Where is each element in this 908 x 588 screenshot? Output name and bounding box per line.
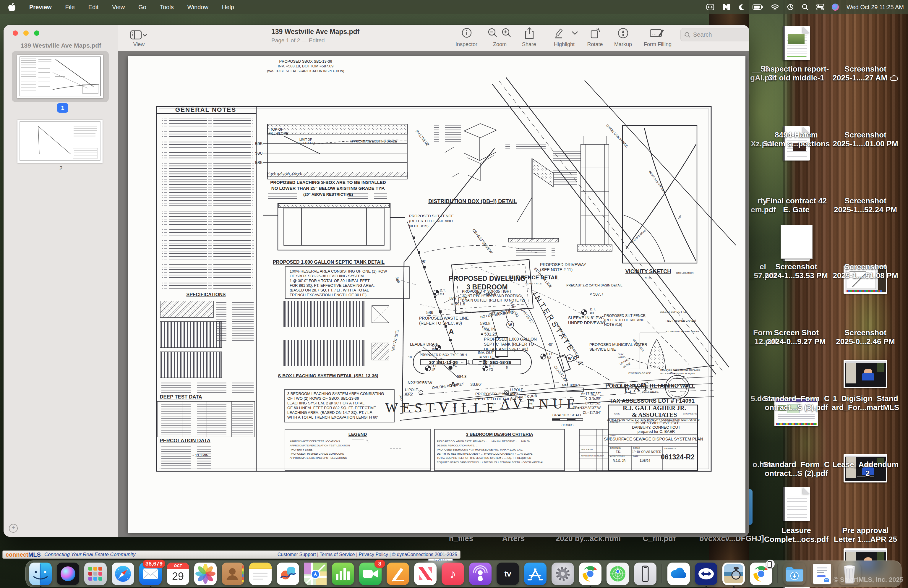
pdf-page[interactable]: WW PROPOSED SBOX SB1-13-36INV. =588.18, … [128, 56, 745, 533]
share-label[interactable]: Share [522, 41, 536, 48]
dock-finder-icon[interactable] [29, 562, 52, 585]
share-icon[interactable] [524, 27, 535, 39]
rotate-icon[interactable] [589, 27, 601, 39]
connectmls-links[interactable]: Customer Support | Terms of Service | Pr… [277, 552, 457, 557]
dock-safari-icon[interactable] [112, 562, 134, 585]
menu-file[interactable]: File [65, 4, 75, 11]
desktop-file-icon[interactable] [783, 487, 810, 521]
focus-moon-icon[interactable] [738, 3, 745, 11]
malwarebytes-icon[interactable] [722, 3, 730, 11]
desktop-file-label[interactable]: 1_DigiSign_Standard_For...martMLS [821, 394, 908, 412]
menu-help[interactable]: Help [222, 4, 234, 11]
dock-launchpad-icon[interactable] [84, 562, 107, 585]
minimize-button[interactable] [23, 31, 29, 36]
view-button-label[interactable]: View [133, 41, 145, 48]
dock-podcasts-icon[interactable] [469, 562, 491, 585]
menu-view[interactable]: View [112, 4, 125, 11]
display-mirroring-icon[interactable] [706, 4, 715, 10]
desktop-file-label[interactable]: Lease_Addendum__2_ [821, 460, 908, 478]
spotlight-search-icon[interactable] [802, 3, 809, 11]
dock-freeform-icon[interactable] [277, 562, 299, 585]
battery-icon[interactable] [752, 4, 763, 10]
markup-label[interactable]: Markup [614, 41, 632, 48]
plan-label: = 13.3 MIN [192, 453, 208, 457]
desktop-file-label[interactable]: Screenshot2025-0...2.46 PM [821, 328, 908, 346]
dock-photos-icon[interactable] [194, 562, 217, 585]
dock-contacts-icon[interactable] [222, 562, 244, 585]
form-filling-label[interactable]: Form Filling [644, 41, 671, 48]
siri-icon[interactable] [832, 3, 839, 11]
connectmls-logo[interactable]: connectMLS [6, 551, 41, 558]
dock-settings-icon[interactable] [552, 562, 574, 585]
dock-findmy-icon[interactable] [607, 562, 629, 585]
dock-onedrive-icon[interactable] [667, 562, 690, 585]
deep-test-symbol [434, 290, 439, 295]
close-button[interactable] [13, 31, 18, 36]
dock-mail-icon[interactable]: 38,679 [139, 562, 162, 585]
form-filling-icon[interactable] [650, 27, 665, 39]
plan-label: APPROXIMATE PERCOLATION TEST LOCATION [290, 444, 350, 447]
zoom-in-icon[interactable] [501, 27, 512, 39]
dock-appstore-icon[interactable] [524, 562, 546, 585]
zoom-button[interactable] [34, 31, 39, 36]
dock-divider [662, 564, 662, 583]
dock-chrome-icon[interactable] [579, 562, 602, 585]
control-center-icon[interactable] [816, 3, 824, 11]
plan-label: N23°39'56"W [407, 380, 432, 385]
menu-preview[interactable]: Preview [29, 4, 52, 11]
inspector-label[interactable]: Inspector [456, 41, 477, 48]
desktop-file-icon[interactable] [844, 360, 887, 388]
dock-music-icon[interactable]: ♪ [441, 562, 464, 585]
highlight-pen-icon[interactable] [553, 27, 565, 39]
search-input[interactable]: Search [680, 28, 749, 41]
page2-thumbnail[interactable] [18, 120, 103, 163]
view-sidebar-icon[interactable] [130, 30, 148, 40]
plan-label: D.T. [432, 343, 438, 347]
menu-edit[interactable]: Edit [89, 4, 98, 11]
add-page-icon[interactable]: + [9, 524, 18, 533]
page1-thumbnail[interactable] [17, 55, 103, 98]
zoom-label[interactable]: Zoom [493, 41, 507, 48]
dock-numbers-icon[interactable] [332, 562, 354, 585]
apple-menu-icon[interactable] [8, 3, 15, 11]
dock-facetime-icon[interactable]: 3 [359, 562, 382, 585]
menu-window[interactable]: Window [187, 4, 208, 11]
time-machine-icon[interactable] [787, 3, 794, 11]
highlight-label[interactable]: Highlight [554, 41, 575, 48]
wifi-icon[interactable] [771, 4, 779, 10]
dock-iphone-mirroring-icon[interactable] [634, 562, 657, 585]
dock-appletv-icon[interactable]: tv [497, 562, 519, 585]
desktop-file-label[interactable]: Screenshot2025-1....27 AM [821, 64, 908, 82]
plan-label: APPROVED BY [610, 455, 625, 458]
markup-icon[interactable] [617, 27, 629, 39]
desktop-file-label[interactable]: Pre approvalLetter 1....APR 25 [821, 526, 908, 544]
dock-calendar-icon[interactable]: OCT29 [167, 562, 189, 585]
dock-maps-icon[interactable] [304, 562, 327, 585]
desktop-file-label[interactable]: Screenshot2025-1...52.24 PM [821, 196, 908, 214]
dock-preview-icon[interactable] [722, 562, 745, 585]
menu-clock[interactable]: Wed Oct 29 11:25 AM [847, 4, 904, 11]
dock-downloads-icon[interactable] [783, 562, 806, 585]
highlight-chevron-icon[interactable] [571, 31, 579, 35]
running-indicator [705, 586, 707, 588]
dock-document-icon[interactable] [811, 562, 833, 585]
desktop-file-icon[interactable] [783, 26, 810, 60]
menu-tools[interactable]: Tools [160, 4, 174, 11]
desktop-file-label[interactable]: Screenshot2025-1....51.08 PM [821, 262, 908, 280]
dock-teamviewer-icon[interactable] [695, 562, 717, 585]
plan-label: (REFER TO SPEC. #3) [419, 321, 462, 325]
plan-label: APPROXIMATE EXISTING SPOT ELEVATIONS [290, 456, 347, 459]
dock-news-icon[interactable] [414, 562, 436, 585]
desktop-file-label[interactable]: Screenshot2025-1....01.00 PM [821, 130, 908, 148]
dock-pages-icon[interactable] [386, 562, 409, 585]
dock-chrome-device-icon[interactable] [750, 562, 772, 585]
rotate-label[interactable]: Rotate [587, 41, 603, 48]
dock-siri-icon[interactable] [57, 562, 79, 585]
plan-label: NOTE #15) [604, 322, 622, 327]
dock-notes-icon[interactable] [249, 562, 272, 585]
menu-go[interactable]: Go [138, 4, 146, 11]
inspector-icon[interactable] [461, 27, 472, 39]
plan-label: SCALE = N.T.S. [525, 282, 542, 285]
zoom-out-icon[interactable] [487, 27, 498, 39]
desktop-file-icon[interactable] [781, 225, 813, 259]
